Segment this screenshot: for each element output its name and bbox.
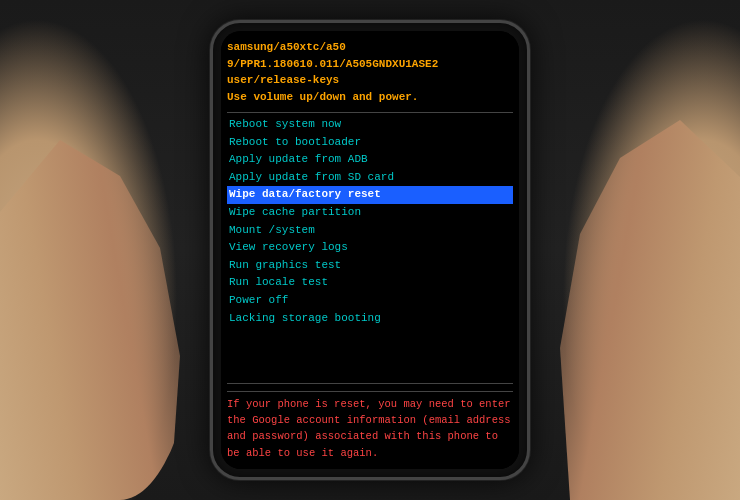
menu-item-mount-system[interactable]: Mount /system [227,222,513,240]
menu-item-power-off[interactable]: Power off [227,292,513,310]
menu-item-wipe-cache[interactable]: Wipe cache partition [227,204,513,222]
menu-section: Reboot system now Reboot to bootloader A… [227,116,513,380]
menu-item-apply-sd[interactable]: Apply update from SD card [227,169,513,187]
header-line-2: 9/PPR1.180610.011/A505GNDXU1ASE2 [227,56,513,73]
menu-item-graphics-test[interactable]: Run graphics test [227,257,513,275]
warning-text: If your phone is reset, you may need to … [227,396,513,461]
divider-2 [227,383,513,384]
phone-inner: samsung/a50xtc/a50 9/PPR1.180610.011/A50… [221,31,519,469]
menu-item-view-logs[interactable]: View recovery logs [227,239,513,257]
header-section: samsung/a50xtc/a50 9/PPR1.180610.011/A50… [227,39,513,105]
menu-item-wipe-factory[interactable]: Wipe data/factory reset [227,186,513,204]
scene: samsung/a50xtc/a50 9/PPR1.180610.011/A50… [0,0,740,500]
menu-item-apply-adb[interactable]: Apply update from ADB [227,151,513,169]
header-line-3: user/release-keys [227,72,513,89]
menu-item-locale-test[interactable]: Run locale test [227,274,513,292]
menu-item-lacking-storage[interactable]: Lacking storage booting [227,310,513,328]
screen: samsung/a50xtc/a50 9/PPR1.180610.011/A50… [221,31,519,469]
header-line-1: samsung/a50xtc/a50 [227,39,513,56]
menu-item-reboot-bootloader[interactable]: Reboot to bootloader [227,134,513,152]
phone: samsung/a50xtc/a50 9/PPR1.180610.011/A50… [210,20,530,480]
warning-section: If your phone is reset, you may need to … [227,391,513,461]
menu-item-reboot-system[interactable]: Reboot system now [227,116,513,134]
divider-1 [227,112,513,113]
header-line-4: Use volume up/down and power. [227,89,513,106]
